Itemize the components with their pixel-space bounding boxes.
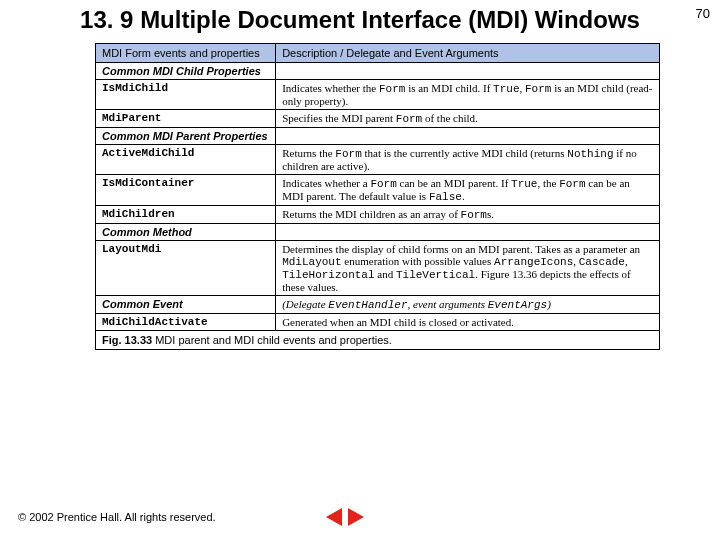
row-description [276, 63, 659, 79]
table-row: ActiveMdiChildReturns the Form that is t… [96, 145, 659, 175]
table-row: IsMdiContainerIndicates whether a Form c… [96, 175, 659, 206]
footer: © 2002 Prentice Hall. All rights reserve… [18, 508, 364, 526]
nav-arrows [326, 508, 364, 526]
table-row: LayoutMdiDetermines the display of child… [96, 241, 659, 296]
table-row: MdiChildrenReturns the MDI children as a… [96, 206, 659, 224]
header-col2: Description / Delegate and Event Argumen… [276, 44, 659, 62]
table-header: MDI Form events and properties Descripti… [96, 44, 659, 63]
table-row: Common Event(Delegate EventHandler, even… [96, 296, 659, 314]
row-name: MdiParent [96, 110, 276, 127]
row-description: Determines the display of child forms on… [276, 241, 659, 295]
row-name: Common MDI Parent Properties [96, 128, 276, 144]
page-number: 70 [696, 6, 710, 21]
row-name: IsMdiContainer [96, 175, 276, 205]
row-description [276, 224, 659, 240]
table-row: Common Method [96, 224, 659, 241]
row-name: MdiChildActivate [96, 314, 276, 330]
prev-arrow-icon[interactable] [326, 508, 342, 526]
row-description: Generated when an MDI child is closed or… [276, 314, 659, 330]
table-row: Common MDI Parent Properties [96, 128, 659, 145]
row-description: Returns the Form that is the currently a… [276, 145, 659, 174]
row-name: MdiChildren [96, 206, 276, 223]
figure-caption-text: MDI parent and MDI child events and prop… [152, 334, 392, 346]
slide-title: 13. 9 Multiple Document Interface (MDI) … [60, 6, 660, 35]
table-row: MdiChildActivateGenerated when an MDI ch… [96, 314, 659, 330]
row-name: Common Method [96, 224, 276, 240]
row-name: Common Event [96, 296, 276, 313]
row-description: Indicates whether the Form is an MDI chi… [276, 80, 659, 109]
table-row: Common MDI Child Properties [96, 63, 659, 80]
row-name: IsMdiChild [96, 80, 276, 109]
copyright-text: © 2002 Prentice Hall. All rights reserve… [18, 511, 216, 523]
next-arrow-icon[interactable] [348, 508, 364, 526]
row-name: ActiveMdiChild [96, 145, 276, 174]
figure-caption: Fig. 13.33 MDI parent and MDI child even… [96, 330, 659, 349]
row-description: Indicates whether a Form can be an MDI p… [276, 175, 659, 205]
mdi-table: MDI Form events and properties Descripti… [95, 43, 660, 350]
row-description [276, 128, 659, 144]
row-description: Returns the MDI children as an array of … [276, 206, 659, 223]
row-name: Common MDI Child Properties [96, 63, 276, 79]
header-col1: MDI Form events and properties [96, 44, 276, 62]
table-row: IsMdiChildIndicates whether the Form is … [96, 80, 659, 110]
row-description: (Delegate EventHandler, event arguments … [276, 296, 659, 313]
row-description: Specifies the MDI parent Form of the chi… [276, 110, 659, 127]
table-row: MdiParentSpecifies the MDI parent Form o… [96, 110, 659, 128]
row-name: LayoutMdi [96, 241, 276, 295]
figure-number: Fig. 13.33 [102, 334, 152, 346]
